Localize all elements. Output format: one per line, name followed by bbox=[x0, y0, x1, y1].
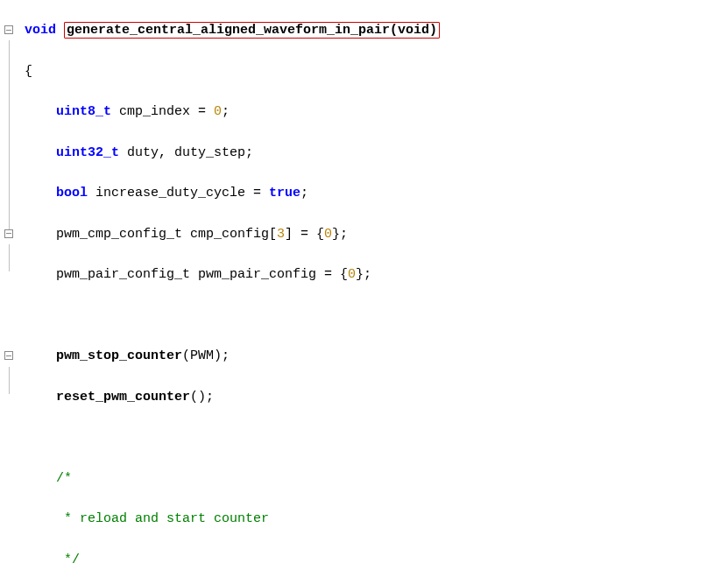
code-line[interactable]: uint8_t cmp_index = 0; bbox=[25, 102, 728, 122]
text: ] = { bbox=[285, 227, 324, 242]
keyword: void bbox=[25, 23, 56, 38]
type: bool bbox=[56, 186, 88, 201]
code-line[interactable]: reset_pwm_counter(); bbox=[25, 387, 728, 407]
code-line[interactable]: bool increase_duty_cycle = true; bbox=[25, 183, 728, 203]
code-area[interactable]: void generate_central_aligned_waveform_i… bbox=[23, 0, 728, 570]
number: 0 bbox=[324, 227, 332, 242]
number: 0 bbox=[214, 104, 222, 119]
text bbox=[25, 186, 56, 201]
code-line[interactable]: */ bbox=[25, 550, 728, 570]
comment: /* bbox=[25, 471, 72, 486]
code-line[interactable]: pwm_pair_config_t pwm_pair_config = {0}; bbox=[25, 264, 728, 285]
number: 0 bbox=[348, 267, 356, 282]
function-call: pwm_stop_counter bbox=[56, 348, 182, 363]
code-line[interactable]: { bbox=[25, 61, 728, 81]
text bbox=[25, 308, 32, 323]
text bbox=[25, 104, 56, 119]
text: duty, duty_step; bbox=[119, 145, 253, 160]
text: { bbox=[25, 64, 32, 79]
number: 3 bbox=[277, 227, 285, 242]
text: increase_duty_cycle = bbox=[88, 186, 269, 201]
comment: */ bbox=[25, 552, 80, 567]
function-call: reset_pwm_counter bbox=[56, 390, 190, 405]
code-line[interactable]: pwm_cmp_config_t cmp_config[3] = {0}; bbox=[25, 224, 728, 244]
text bbox=[25, 145, 56, 160]
code-line[interactable]: * reload and start counter bbox=[25, 509, 728, 529]
text: (PWM); bbox=[182, 348, 230, 363]
fold-toggle-icon[interactable] bbox=[4, 351, 13, 360]
text: }; bbox=[332, 227, 348, 242]
code-line[interactable] bbox=[25, 427, 728, 447]
code-editor[interactable]: void generate_central_aligned_waveform_i… bbox=[0, 0, 728, 570]
fold-gutter bbox=[0, 0, 23, 570]
text bbox=[25, 390, 56, 405]
text: }; bbox=[356, 267, 371, 282]
fold-toggle-icon[interactable] bbox=[4, 25, 13, 34]
code-line[interactable] bbox=[25, 306, 728, 326]
comment: * reload and start counter bbox=[25, 511, 269, 526]
text bbox=[25, 430, 32, 445]
code-line[interactable]: /* bbox=[25, 468, 728, 489]
type: uint32_t bbox=[56, 145, 119, 160]
function-declaration-highlight: generate_central_aligned_waveform_in_pai… bbox=[64, 22, 440, 39]
text bbox=[25, 348, 56, 363]
keyword: true bbox=[269, 186, 300, 201]
text: pwm_cmp_config_t cmp_config[ bbox=[25, 227, 277, 242]
text: ; bbox=[222, 104, 230, 119]
type: uint8_t bbox=[56, 104, 111, 119]
code-line[interactable]: pwm_stop_counter(PWM); bbox=[25, 346, 728, 366]
text: cmp_index = bbox=[111, 104, 214, 119]
code-line[interactable]: uint32_t duty, duty_step; bbox=[25, 143, 728, 163]
fold-toggle-icon[interactable] bbox=[4, 229, 13, 238]
text: pwm_pair_config_t pwm_pair_config = { bbox=[25, 267, 348, 282]
code-line[interactable]: void generate_central_aligned_waveform_i… bbox=[25, 20, 728, 40]
text: (); bbox=[190, 390, 214, 405]
text: ; bbox=[300, 186, 308, 201]
